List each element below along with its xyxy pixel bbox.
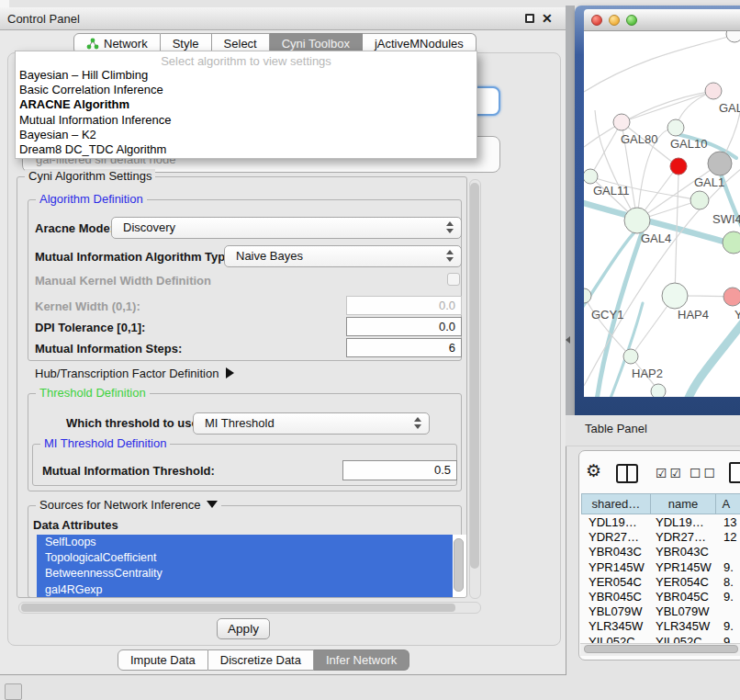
network-node[interactable] [690, 191, 709, 209]
gear-icon[interactable]: ⚙ [586, 460, 601, 482]
network-node[interactable] [584, 288, 591, 303]
network-node-label: GCY1 [591, 308, 623, 322]
settings-horizontal-scrollbar-thumb[interactable] [21, 604, 455, 612]
network-node[interactable] [726, 31, 740, 42]
collapsed-panel-icon[interactable] [5, 683, 22, 700]
table-row[interactable]: YBR043CYBR043C [581, 545, 740, 559]
close-icon[interactable]: ✕ [542, 7, 553, 30]
cyni-algorithm-settings-group: Cyni Algorithm Settings [17, 176, 467, 598]
algorithm-option[interactable]: Basic Correlation Inference [16, 83, 477, 97]
settings-vertical-scrollbar-thumb[interactable] [470, 183, 479, 569]
column-header-name[interactable]: name [651, 493, 717, 514]
select-all-checkboxes-icon[interactable]: ☑☑ [656, 466, 684, 480]
table-row[interactable]: YDR27…YDR27…12 [581, 530, 740, 545]
table-body: YDL19…YDL19…13 YDR27…YDR27…12 YBR043CYBR… [581, 515, 740, 649]
network-node[interactable] [670, 158, 687, 175]
table-panel-title: Table Panel [585, 422, 647, 435]
tab-impute-data[interactable]: Impute Data [118, 649, 208, 671]
network-node[interactable] [723, 231, 740, 254]
float-panel-icon[interactable] [525, 14, 534, 23]
deselect-all-checkboxes-icon[interactable]: ☐☐ [690, 466, 718, 480]
network-node-label: GAL80 [621, 132, 657, 146]
network-tab-icon [86, 38, 99, 50]
network-node-label: HAP4 [678, 308, 709, 322]
cyni-settings-legend: Cyni Algorithm Settings [25, 169, 155, 183]
table-row[interactable]: YBL079WYBL079W [581, 604, 740, 619]
network-window-titlebar[interactable] [584, 9, 740, 31]
app-screen: Control Panel ✕ Network Style Select Cyn… [0, 0, 740, 700]
network-node[interactable] [651, 384, 666, 397]
network-node[interactable] [708, 152, 732, 175]
tab-infer-network[interactable]: Infer Network [314, 649, 409, 671]
table-row[interactable]: YPR145WYPR145W9. [581, 560, 740, 575]
algorithm-option[interactable]: Mutual Information Inference [16, 113, 477, 128]
column-header-partial[interactable]: A [716, 493, 740, 514]
network-node[interactable] [624, 208, 650, 233]
window-zoom-icon[interactable] [626, 15, 637, 26]
network-node[interactable] [623, 349, 638, 364]
network-canvas[interactable]: GALGAL80GAL10GAL11GAL1SWI4GAL4GCY1HAP4YH… [584, 31, 740, 397]
network-node-label: GAL11 [593, 184, 630, 198]
list-scrollbar-thumb[interactable] [454, 538, 464, 592]
divider-collapse-arrow-icon[interactable] [566, 336, 570, 344]
network-node[interactable] [667, 119, 684, 136]
column-header-shared-name[interactable]: shared… [581, 493, 651, 514]
control-panel-titlebar [0, 7, 566, 30]
network-node-label: HAP2 [632, 367, 663, 380]
algorithm-option[interactable]: Dream8 DC_TDC Algorithm [16, 142, 477, 157]
split-pane-divider[interactable] [566, 6, 575, 415]
network-node-label: Y [734, 308, 740, 322]
network-node-label: GAL4 [641, 231, 671, 245]
corner-notch [0, 0, 9, 7]
export-table-icon[interactable] [729, 462, 740, 483]
network-node[interactable] [613, 114, 630, 130]
table-horizontal-scrollbar-thumb[interactable] [584, 645, 738, 653]
table-row[interactable]: YER054CYER054C8. [581, 575, 740, 590]
algorithm-option-selected[interactable]: ARACNE Algorithm [16, 97, 477, 112]
table-row[interactable]: YLR345WYLR345W9. [581, 619, 740, 634]
table-row[interactable]: YDL19…YDL19…13 [581, 515, 740, 530]
network-node[interactable] [705, 83, 722, 99]
network-node-label: GAL1 [694, 175, 724, 189]
network-node[interactable] [584, 169, 598, 184]
columns-icon[interactable] [616, 464, 638, 483]
network-node[interactable] [662, 283, 688, 309]
table-header-row: shared… name A [581, 493, 740, 514]
network-node-label: SWI4 [712, 212, 740, 226]
algorithm-option[interactable]: Bayesian – K2 [16, 128, 477, 142]
apply-button[interactable]: Apply [217, 618, 270, 639]
network-node-label: GAL10 [670, 137, 707, 151]
table-row[interactable]: YBR045CYBR045C9. [581, 590, 740, 604]
bottom-tabbar: Impute Data Discretize Data Infer Networ… [118, 649, 409, 671]
window-minimize-icon[interactable] [609, 15, 620, 26]
algorithm-dropdown-list: Select algorithm to view settings Bayesi… [15, 51, 477, 159]
network-node[interactable] [723, 288, 740, 306]
window-close-icon[interactable] [591, 15, 602, 26]
network-node-label: GAL [719, 101, 740, 115]
network-graph: GALGAL80GAL10GAL11GAL1SWI4GAL4GCY1HAP4YH… [584, 31, 740, 397]
control-panel-title: Control Panel [7, 7, 80, 30]
tab-discretize-data[interactable]: Discretize Data [208, 649, 314, 671]
algorithm-option[interactable]: Bayesian – Hill Climbing [16, 68, 477, 83]
tab-network-label: Network [104, 37, 148, 51]
algorithm-dropdown-placeholder: Select algorithm to view settings [16, 54, 477, 68]
